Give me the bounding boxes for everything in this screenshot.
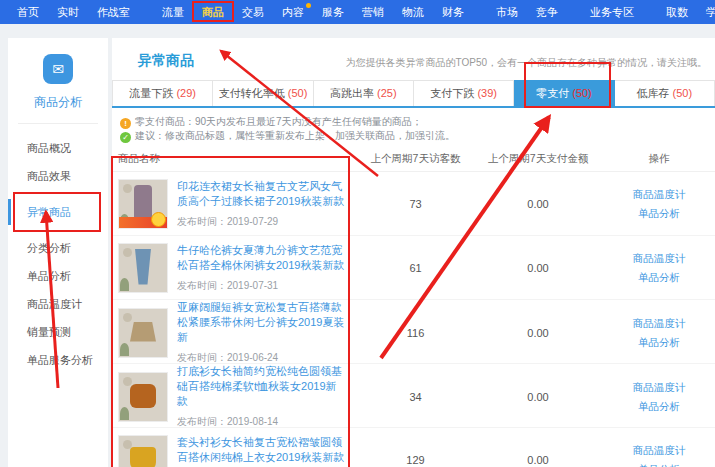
nav-item-service[interactable]: 服务 (313, 0, 353, 24)
nav-item-traffic[interactable]: 流量 (153, 0, 193, 24)
product-thermometer-link[interactable]: 商品温度计 (603, 249, 715, 268)
visitors-value: 34 (358, 391, 473, 403)
item-analysis-link[interactable]: 单品分析 (603, 268, 715, 287)
nav-item-logistics[interactable]: 物流 (393, 0, 433, 24)
product-thermometer-link[interactable]: 商品温度计 (603, 378, 715, 397)
item-analysis-link[interactable]: 单品分析 (603, 460, 715, 467)
page-title: 异常商品 (138, 52, 194, 70)
tab-conversion-low[interactable]: 支付转化率低 (50) (213, 80, 313, 106)
nav-item-label: 取数 (666, 6, 688, 18)
main-content: 异常商品 为您提供各类异常商品的TOP50，会有一个商品存在多种异常的情况，请关… (112, 38, 715, 467)
product-image[interactable] (118, 243, 168, 293)
promo-badge-icon (151, 212, 166, 227)
nav-item-business-zone[interactable]: 业务专区 (581, 0, 643, 24)
visitors-value: 61 (358, 262, 473, 274)
product-title-link[interactable]: 打底衫女长袖简约宽松纯色圆领基础百搭纯棉柔软t恤秋装女2019新款 (177, 364, 345, 409)
publish-date: 发布时间：2019-07-31 (177, 279, 345, 293)
page-note: 为您提供各类异常商品的TOP50，会有一个商品存在多种异常的情况，请关注哦。 (346, 56, 708, 70)
table-body: 印花连衣裙女长袖复古文艺风女气质高个子过膝长裙子2019秋装新款发布时间：201… (112, 172, 715, 467)
col-header-product-name: 商品名称 (118, 152, 358, 166)
sidebar-item-sales-forecast[interactable]: 销量预测 (8, 318, 108, 346)
tab-payment-drop[interactable]: 支付下跌 (39) (414, 80, 514, 106)
visitors-value: 129 (358, 454, 473, 466)
product-image[interactable] (118, 308, 168, 358)
nav-item-market[interactable]: 市场 (487, 0, 527, 24)
nav-item-label: 流量 (162, 6, 184, 18)
table-header-row: 商品名称 上个周期7天访客数 上个周期7天支付金额 操作 (112, 147, 715, 172)
warning-icon: ! (120, 118, 131, 129)
nav-item-label: 服务 (322, 6, 344, 18)
nav-item-marketing[interactable]: 营销 (353, 0, 393, 24)
tab-traffic-drop[interactable]: 流量下跌 (29) (112, 80, 213, 106)
product-cell: 打底衫女长袖简约宽松纯色圆领基础百搭纯棉柔软t恤秋装女2019新款发布时间：20… (118, 364, 358, 429)
nav-item-label: 市场 (496, 6, 518, 18)
nav-item-compete[interactable]: 竞争 (527, 0, 567, 24)
product-thermometer-link[interactable]: 商品温度计 (603, 314, 715, 333)
top-nav: 首页实时作战室流量商品交易内容服务营销物流财务市场竞争业务专区取数学院 (0, 0, 715, 24)
publish-date-value: 2019-08-14 (227, 416, 278, 427)
product-cell: 牛仔哈伦裤女夏薄九分裤文艺范宽松百搭全棉休闲裤女2019秋装新款发布时间：201… (118, 243, 358, 293)
publish-date: 发布时间：2019-06-24 (177, 351, 345, 365)
table-row: 牛仔哈伦裤女夏薄九分裤文艺范宽松百搭全棉休闲裤女2019秋装新款发布时间：201… (112, 236, 715, 300)
notice-block: !零支付商品：90天内发布且最近7天内没有产生任何销量的商品； ✓建议：修改商品… (112, 108, 715, 147)
product-title-link[interactable]: 印花连衣裙女长袖复古文艺风女气质高个子过膝长裙子2019秋装新款 (177, 179, 345, 209)
sidebar-item-product-overview[interactable]: 商品概况 (8, 134, 108, 162)
sidebar-item-label: 商品温度计 (27, 298, 82, 310)
nav-item-home[interactable]: 首页 (8, 0, 48, 24)
nav-item-war-room[interactable]: 作战室 (88, 0, 139, 24)
product-image[interactable] (118, 179, 168, 229)
table-row: 打底衫女长袖简约宽松纯色圆领基础百搭纯棉柔软t恤秋装女2019新款发布时间：20… (112, 364, 715, 428)
sidebar-item-product-thermometer[interactable]: 商品温度计 (8, 290, 108, 318)
col-header-actions: 操作 (603, 152, 715, 166)
tab-bounce-high[interactable]: 高跳出率 (25) (314, 80, 414, 106)
sidebar-title: 商品分析 (18, 94, 98, 111)
sidebar-item-item-analysis[interactable]: 单品分析 (8, 262, 108, 290)
nav-item-label: 商品 (202, 6, 224, 18)
tab-low-stock[interactable]: 低库存 (50) (615, 80, 715, 106)
product-info: 亚麻阔腿短裤女宽松复古百搭薄款松紧腰系带休闲七分裤女2019夏装新发布时间：20… (177, 300, 345, 365)
tab-label: 零支付 (536, 87, 569, 99)
publish-date-label: 发布时间： (177, 352, 227, 363)
nav-item-finance[interactable]: 财务 (433, 0, 473, 24)
nav-item-label: 内容 (282, 6, 304, 18)
payment-amount-value: 0.00 (473, 391, 603, 403)
sidebar-item-label: 销量预测 (27, 326, 71, 338)
product-title-link[interactable]: 亚麻阔腿短裤女宽松复古百搭薄款松紧腰系带休闲七分裤女2019夏装新 (177, 300, 345, 345)
sidebar-item-item-service-analysis[interactable]: 单品服务分析 (8, 346, 108, 374)
sidebar-item-abnormal-products[interactable]: 异常商品 (8, 198, 108, 226)
product-table: 商品名称 上个周期7天访客数 上个周期7天支付金额 操作 印花连衣裙女长袖复古文… (112, 147, 715, 467)
nav-item-product[interactable]: 商品 (193, 0, 233, 24)
nav-item-data-extract[interactable]: 取数 (657, 0, 697, 24)
payment-amount-value: 0.00 (473, 262, 603, 274)
tab-label: 支付下跌 (430, 87, 474, 99)
product-image[interactable] (118, 372, 168, 422)
tab-zero-payment[interactable]: 零支付 (50) (514, 80, 614, 106)
tab-count: (25) (377, 87, 397, 99)
nav-item-realtime[interactable]: 实时 (48, 0, 88, 24)
nav-item-academy[interactable]: 学院 (697, 0, 715, 24)
visitors-value: 73 (358, 198, 473, 210)
mail-icon: ✉ (43, 54, 73, 84)
sidebar-header: ✉ 商品分析 (18, 38, 98, 124)
product-thermometer-link[interactable]: 商品温度计 (603, 185, 715, 204)
notice-text: 零支付商品：90天内发布且最近7天内没有产生任何销量的商品； (135, 116, 422, 127)
nav-item-trade[interactable]: 交易 (233, 0, 273, 24)
screen: 首页实时作战室流量商品交易内容服务营销物流财务市场竞争业务专区取数学院 ✉ 商品… (0, 0, 715, 467)
product-thermometer-link[interactable]: 商品温度计 (603, 441, 715, 460)
item-analysis-link[interactable]: 单品分析 (603, 204, 715, 223)
item-analysis-link[interactable]: 单品分析 (603, 397, 715, 416)
sidebar-item-product-effect[interactable]: 商品效果 (8, 162, 108, 190)
product-image[interactable] (118, 435, 168, 467)
item-analysis-link[interactable]: 单品分析 (603, 333, 715, 352)
tab-label: 低库存 (636, 87, 669, 99)
sidebar: ✉ 商品分析 商品概况商品效果异常商品分类分析单品分析商品温度计销量预测单品服务… (8, 38, 108, 467)
tab-label: 支付转化率低 (219, 87, 285, 99)
product-title-link[interactable]: 牛仔哈伦裤女夏薄九分裤文艺范宽松百搭全棉休闲裤女2019秋装新款 (177, 243, 345, 273)
product-title-link[interactable]: 套头衬衫女长袖复古宽松褶皱圆领百搭休闲纯棉上衣女2019秋装新款 (177, 435, 345, 465)
sidebar-item-category-analysis[interactable]: 分类分析 (8, 234, 108, 262)
nav-item-content[interactable]: 内容 (273, 0, 313, 24)
garment-shape (134, 185, 152, 221)
tab-count: (39) (477, 87, 497, 99)
publish-date-label: 发布时间： (177, 280, 227, 291)
tab-count: (50) (288, 87, 308, 99)
